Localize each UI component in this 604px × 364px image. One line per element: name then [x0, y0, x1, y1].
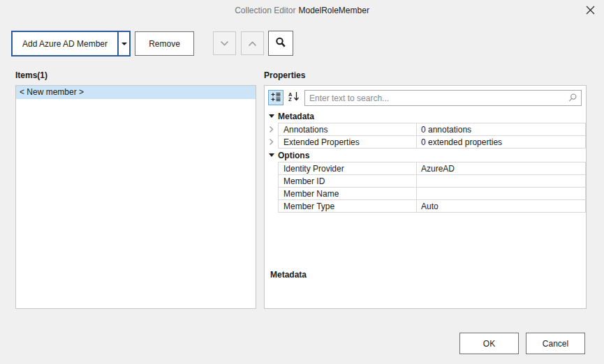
add-member-dropdown-toggle[interactable] — [119, 32, 129, 55]
items-list[interactable]: < New member > — [15, 85, 256, 309]
property-value[interactable]: AzureAD — [417, 162, 586, 175]
add-azure-ad-member-label: Add Azure AD Member — [13, 32, 117, 55]
row-gutter — [265, 174, 278, 188]
row-expander-icon[interactable] — [265, 123, 278, 136]
close-icon — [586, 6, 595, 17]
alphabetical-view-button[interactable]: A Z — [286, 90, 302, 105]
property-value[interactable]: 0 extended properties — [417, 135, 586, 149]
chevron-down-icon — [220, 38, 229, 49]
property-row[interactable]: Extended Properties0 extended properties — [265, 135, 586, 149]
move-up-button[interactable] — [241, 31, 264, 55]
property-name[interactable]: Member Name — [278, 187, 417, 200]
properties-panel: A Z MetadataAnnotations0 annotationsExte… — [264, 85, 587, 309]
category-row[interactable]: Options — [265, 149, 586, 162]
property-name[interactable]: Identity Provider — [278, 162, 417, 175]
property-row[interactable]: Member TypeAuto — [265, 199, 586, 213]
row-gutter — [265, 187, 278, 200]
close-button[interactable] — [583, 4, 597, 18]
property-value[interactable]: Auto — [417, 199, 586, 213]
dropdown-caret-icon — [121, 43, 127, 45]
add-azure-ad-member-button[interactable]: Add Azure AD Member — [11, 31, 131, 56]
property-name[interactable]: Member Type — [278, 199, 417, 213]
category-collapse-icon[interactable] — [265, 109, 278, 123]
svg-text:Z: Z — [288, 96, 292, 102]
search-icon — [275, 37, 286, 50]
ok-button[interactable]: OK — [459, 333, 519, 354]
remove-button[interactable]: Remove — [135, 31, 194, 56]
items-header: Items(1) — [15, 70, 47, 80]
categorized-icon — [271, 92, 281, 104]
category-collapse-icon[interactable] — [265, 149, 278, 162]
title-bar: Collection EditorModelRoleMember — [0, 0, 604, 21]
category-label: Metadata — [278, 109, 314, 123]
property-search — [304, 90, 582, 106]
dialog-title-prefix: Collection Editor — [235, 6, 295, 15]
chevron-up-icon — [248, 38, 257, 49]
property-search-input[interactable] — [304, 90, 582, 106]
search-toolbar-button[interactable] — [268, 31, 293, 56]
description-title: Metadata — [270, 270, 307, 280]
property-row[interactable]: Identity ProviderAzureAD — [265, 162, 586, 175]
category-label: Options — [278, 149, 309, 162]
row-expander-icon[interactable] — [265, 135, 278, 149]
property-row[interactable]: Member Name — [265, 187, 586, 200]
property-row[interactable]: Annotations0 annotations — [265, 123, 586, 136]
collection-editor-dialog: Collection EditorModelRoleMember Add Azu… — [0, 0, 604, 364]
property-row[interactable]: Member ID — [265, 174, 586, 188]
dialog-title: Collection EditorModelRoleMember — [0, 6, 604, 15]
categorized-view-button[interactable] — [268, 90, 283, 105]
property-name[interactable]: Annotations — [278, 123, 417, 136]
row-gutter — [265, 162, 278, 175]
list-item[interactable]: < New member > — [16, 86, 256, 99]
cancel-button[interactable]: Cancel — [526, 333, 585, 354]
property-value[interactable] — [417, 174, 586, 188]
az-sort-icon: A Z — [288, 91, 300, 104]
properties-header: Properties — [264, 70, 305, 80]
move-down-button[interactable] — [213, 31, 236, 55]
property-value[interactable] — [417, 187, 586, 200]
property-name[interactable]: Member ID — [278, 174, 417, 188]
category-row[interactable]: Metadata — [265, 109, 586, 123]
row-gutter — [265, 199, 278, 213]
property-grid-rows: MetadataAnnotations0 annotationsExtended… — [265, 109, 586, 213]
dialog-title-object: ModelRoleMember — [299, 6, 369, 15]
property-value[interactable]: 0 annotations — [417, 123, 586, 136]
property-name[interactable]: Extended Properties — [278, 135, 417, 149]
